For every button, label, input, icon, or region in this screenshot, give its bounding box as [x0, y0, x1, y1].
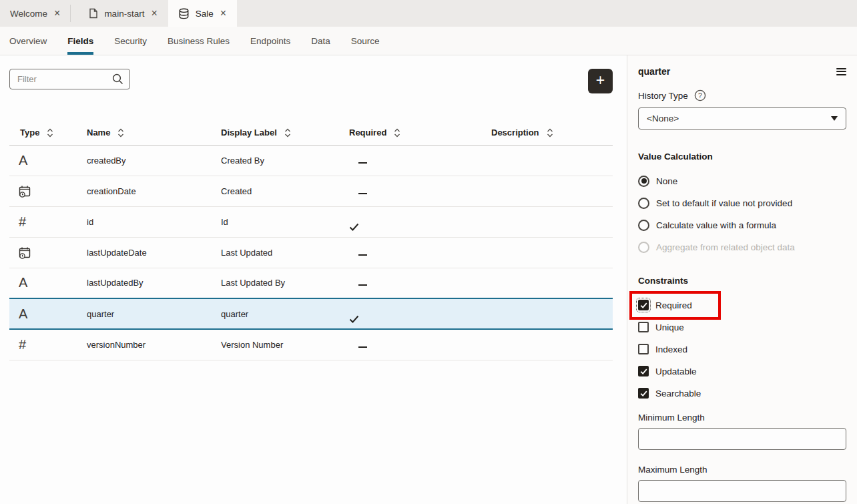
field-name: lastUpdateDate [87, 237, 221, 268]
column-header-required[interactable]: Required [349, 121, 491, 145]
table-row[interactable]: # id Id [9, 206, 613, 237]
text-type-icon: A [19, 275, 27, 290]
tab-data[interactable]: Data [311, 27, 330, 55]
close-icon[interactable]: × [150, 8, 158, 19]
radio-icon [638, 198, 649, 209]
table-row[interactable]: lastUpdateDate Last Updated [9, 237, 613, 268]
sort-icon [547, 128, 553, 138]
tab-business-rules[interactable]: Business Rules [168, 27, 230, 55]
panel-title: quarter [638, 66, 670, 77]
field-display-label: Last Updated [221, 237, 349, 268]
page-icon [89, 8, 98, 19]
column-header-type[interactable]: Type [9, 121, 87, 145]
sort-icon [394, 128, 400, 138]
field-name: creationDate [87, 176, 221, 206]
tab-divider [70, 5, 71, 22]
column-header-name[interactable]: Name [87, 121, 221, 145]
checkbox-indexed[interactable]: Indexed [638, 342, 846, 356]
table-row[interactable]: creationDate Created [9, 176, 613, 206]
database-icon [178, 8, 190, 19]
table-row-selected[interactable]: A quarter quarter [9, 298, 613, 329]
tab-sale[interactable]: Sale × [168, 0, 237, 27]
field-display-label: Created [221, 176, 349, 206]
text-type-icon: A [19, 306, 27, 321]
field-description [491, 237, 613, 268]
tab-sale-label: Sale [196, 9, 214, 19]
radio-set-to-default[interactable]: Set to default if value not provided [638, 196, 846, 210]
number-type-icon: # [19, 214, 26, 229]
not-required-dash-icon [358, 254, 367, 256]
tab-welcome-label: Welcome [10, 9, 47, 19]
text-type-icon: A [19, 153, 27, 168]
sort-icon [47, 128, 53, 138]
table-header-row: Type Name Display Label Required Descrip… [9, 121, 613, 145]
close-icon[interactable]: × [53, 8, 61, 19]
datetime-type-icon [19, 185, 87, 198]
checkbox-unique[interactable]: Unique [638, 320, 846, 334]
table-row[interactable]: A createdBy Created By [9, 145, 613, 176]
radio-calculate-formula[interactable]: Calculate value with a formula [638, 218, 846, 232]
minimum-length-input[interactable] [638, 428, 846, 450]
sort-icon [284, 128, 291, 138]
editor-tab-bar: Welcome × main-start × Sale × [0, 0, 857, 27]
field-name: lastUpdatedBy [87, 268, 221, 298]
not-required-dash-icon [358, 284, 367, 286]
radio-selected-icon [638, 176, 649, 187]
checkbox-required[interactable]: Required [638, 298, 846, 312]
field-description [491, 298, 613, 329]
tab-fields[interactable]: Fields [67, 27, 93, 55]
field-display-label: Last Updated By [221, 268, 349, 298]
checkbox-icon [638, 344, 649, 354]
tab-source[interactable]: Source [351, 27, 380, 55]
radio-none[interactable]: None [638, 174, 846, 188]
tab-main-start-label: main-start [104, 9, 144, 19]
checkbox-checked-icon [638, 300, 649, 310]
constraints-options: Required Unique Indexed Updatable Search… [638, 298, 846, 400]
add-field-button[interactable]: + [588, 69, 613, 93]
tab-main-start[interactable]: main-start × [79, 0, 168, 27]
menu-icon[interactable] [836, 65, 846, 78]
close-icon[interactable]: × [220, 8, 227, 19]
tab-endpoints[interactable]: Endpoints [250, 27, 290, 55]
field-name: id [87, 206, 221, 237]
table-row[interactable]: # versionNumber Version Number [9, 329, 613, 360]
field-name: quarter [87, 298, 221, 329]
history-type-label: History Type [638, 91, 688, 101]
checkbox-updatable[interactable]: Updatable [638, 364, 846, 378]
not-required-dash-icon [358, 162, 367, 164]
search-icon[interactable] [112, 73, 123, 85]
value-calculation-heading: Value Calculation [638, 152, 846, 162]
field-detail-panel: quarter History Type ? <None> Value Calc… [627, 55, 857, 504]
field-name: createdBy [87, 145, 221, 176]
object-nav-bar: Overview Fields Security Business Rules … [0, 27, 857, 55]
checkbox-icon [638, 322, 649, 332]
table-row[interactable]: A lastUpdatedBy Last Updated By [9, 268, 613, 298]
maximum-length-input[interactable] [638, 480, 846, 502]
field-description [491, 206, 613, 237]
fields-main-area: + Type Name Display Label Required Descr… [0, 55, 627, 504]
tab-overview[interactable]: Overview [9, 27, 47, 55]
not-required-dash-icon [358, 193, 367, 194]
history-type-value: <None> [647, 113, 679, 123]
fields-table: Type Name Display Label Required Descrip… [9, 121, 613, 360]
history-type-select[interactable]: <None> [638, 107, 846, 130]
field-description [491, 145, 613, 176]
radio-icon [638, 220, 649, 231]
field-display-label: Id [221, 206, 349, 237]
number-type-icon: # [19, 337, 26, 352]
column-header-description[interactable]: Description [491, 121, 613, 145]
field-name: versionNumber [87, 329, 221, 360]
required-check-icon [349, 223, 491, 231]
chevron-down-icon [831, 116, 838, 121]
column-header-display-label[interactable]: Display Label [221, 121, 349, 145]
help-icon[interactable]: ? [694, 89, 706, 101]
field-description [491, 268, 613, 298]
radio-disabled-icon [638, 242, 649, 253]
radio-aggregate: Aggregate from related object data [638, 240, 846, 254]
app-window: Welcome × main-start × Sale × Overview F… [0, 0, 857, 504]
required-check-icon [349, 315, 491, 323]
value-calculation-options: None Set to default if value not provide… [638, 174, 846, 254]
tab-welcome[interactable]: Welcome × [0, 0, 71, 27]
checkbox-searchable[interactable]: Searchable [638, 387, 846, 400]
tab-security[interactable]: Security [114, 27, 147, 55]
